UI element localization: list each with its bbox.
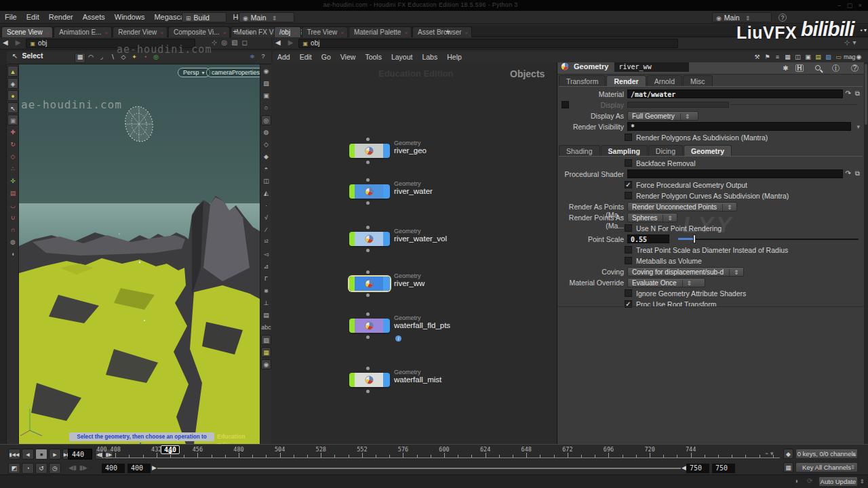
- display-option-icon[interactable]: ◉: [261, 66, 271, 77]
- display-option-icon[interactable]: ◫: [261, 176, 271, 186]
- render-flag[interactable]: [383, 373, 390, 387]
- param-checkbox[interactable]: ✓: [625, 181, 632, 188]
- node-body[interactable]: [355, 373, 383, 387]
- display-option-icon[interactable]: ▨: [261, 335, 271, 345]
- viewport-tool-icon[interactable]: ▣: [7, 115, 18, 125]
- viewport-tool-icon[interactable]: ∪: [7, 212, 18, 223]
- render-flag[interactable]: [383, 144, 390, 158]
- menu-item[interactable]: Assets: [78, 11, 110, 21]
- pane-tab[interactable]: /obj×: [274, 26, 301, 37]
- next-key-icon[interactable]: ▮▶: [79, 463, 88, 474]
- search-icon[interactable]: [810, 64, 821, 72]
- viewport-tool-icon[interactable]: ◈: [7, 78, 18, 89]
- geometry-node[interactable]: [349, 373, 390, 387]
- viewport-tool-icon[interactable]: ↻: [7, 139, 18, 150]
- param-subtab[interactable]: Dicing: [648, 145, 683, 156]
- node-body[interactable]: [355, 277, 383, 291]
- info-icon[interactable]: i: [827, 64, 840, 72]
- window-buttons[interactable]: – ▢ ×: [837, 2, 864, 9]
- param-checkbox[interactable]: [625, 159, 632, 167]
- viewport-tool-icon[interactable]: ✜: [7, 176, 18, 186]
- viewport-tool-icon[interactable]: ●: [7, 90, 18, 101]
- node-input-dot[interactable]: [366, 178, 370, 182]
- display-option-icon[interactable]: abc: [261, 323, 271, 333]
- message-log-icon[interactable]: ◗: [795, 477, 799, 485]
- render-flag[interactable]: [383, 184, 390, 199]
- display-option-icon[interactable]: ○: [261, 103, 271, 113]
- param-checkbox[interactable]: [625, 257, 632, 264]
- node-output-dot[interactable]: [366, 293, 370, 297]
- geometry-node[interactable]: [349, 232, 390, 246]
- net-path-icons[interactable]: ⊹▾: [844, 39, 859, 46]
- param-subtab[interactable]: Geometry: [684, 145, 732, 156]
- viewport-tool-icon[interactable]: ◡: [7, 200, 18, 211]
- recook-icon[interactable]: ⟳: [807, 477, 812, 485]
- param-subtab[interactable]: Sampling: [601, 145, 648, 156]
- param-checkbox[interactable]: [625, 192, 632, 199]
- toolbar-right-icon[interactable]: ≑: [247, 53, 258, 63]
- viewport-tool-icon[interactable]: ∴: [7, 163, 18, 174]
- node-body[interactable]: [355, 232, 383, 246]
- render-flag[interactable]: [383, 319, 390, 333]
- desktop-main-dropdown[interactable]: ◉Main⇕: [712, 12, 772, 22]
- select-tool-icon[interactable]: ▦: [75, 53, 85, 63]
- range-end-field[interactable]: 750: [712, 464, 735, 473]
- viewport-tool-icon[interactable]: ◍: [7, 237, 18, 247]
- path-bar-icons[interactable]: ⊹◎▧◻: [212, 39, 252, 46]
- display-option-icon[interactable]: ◓: [261, 164, 271, 174]
- viewport-tool-icon[interactable]: ∩: [7, 224, 18, 235]
- key-all-channels-button[interactable]: Key All Channels⇕: [795, 462, 858, 472]
- display-flag[interactable]: [349, 184, 355, 199]
- display-flag[interactable]: [349, 373, 355, 387]
- network-menu-item[interactable]: View: [336, 52, 361, 61]
- viewport-tool-icon[interactable]: ▲: [7, 66, 18, 77]
- houdini-logo-icon[interactable]: H: [795, 64, 804, 72]
- node-body[interactable]: [355, 319, 383, 333]
- viewport-tool-icon[interactable]: ◖: [7, 249, 18, 260]
- nav-forward-icon[interactable]: ▶: [13, 37, 24, 46]
- param-field-icons[interactable]: ↷⧉: [841, 89, 860, 98]
- display-option-icon[interactable]: ◍: [261, 127, 271, 138]
- param-checkbox[interactable]: [625, 246, 632, 253]
- pane-tab[interactable]: Material Palette×: [349, 26, 412, 37]
- stop-button[interactable]: ■: [35, 449, 47, 460]
- node-input-dot[interactable]: [366, 312, 370, 316]
- param-dropdown[interactable]: Spheres⇕: [627, 213, 677, 222]
- geometry-node[interactable]: [349, 319, 390, 333]
- display-option-icon[interactable]: ·: [261, 201, 271, 211]
- display-flag[interactable]: [349, 232, 355, 246]
- pane-tab[interactable]: Tree View×: [302, 26, 348, 37]
- param-input[interactable]: *: [627, 122, 851, 131]
- param-input[interactable]: 0.55: [627, 235, 669, 243]
- display-option-icon[interactable]: ⊿: [261, 262, 271, 272]
- new-tab-button[interactable]: +▪▾: [229, 26, 254, 37]
- param-dropdown[interactable]: Coving for displacement/sub-d⇕: [627, 267, 744, 277]
- network-menu-item[interactable]: Labs: [417, 52, 442, 61]
- go-start-button[interactable]: ▮◀◀: [8, 449, 20, 460]
- display-option-icon[interactable]: ◎: [261, 115, 271, 125]
- network-menu-item[interactable]: Layout: [387, 52, 418, 61]
- display-option-icon[interactable]: ⊥: [261, 298, 271, 308]
- pane-tab[interactable]: Animation E...×: [54, 26, 112, 37]
- playhead[interactable]: 440: [161, 445, 180, 454]
- param-tab[interactable]: Misc: [683, 75, 713, 86]
- menu-item[interactable]: Render: [44, 11, 78, 21]
- display-option-icon[interactable]: ▦: [261, 347, 271, 357]
- network-menu-item[interactable]: Go: [317, 52, 336, 61]
- display-flag[interactable]: [349, 277, 355, 291]
- param-checkbox[interactable]: [625, 224, 632, 232]
- node-input-dot[interactable]: [366, 367, 370, 370]
- range-slider[interactable]: ▶◀: [157, 468, 681, 469]
- desktop-dropdown[interactable]: ◉Main⇕: [239, 12, 294, 22]
- prev-key-icon[interactable]: ◀▮: [68, 463, 77, 474]
- display-option-icon[interactable]: ∕: [261, 225, 271, 235]
- param-dropdown[interactable]: Render Unconnected Points⇕: [627, 202, 737, 211]
- display-option-icon[interactable]: ◇: [261, 140, 271, 150]
- param-dropdown[interactable]: Evaluate Once⇕: [627, 278, 705, 287]
- node-info-badge[interactable]: i: [395, 336, 401, 342]
- view-mode-pill[interactable]: Persp▾: [178, 68, 210, 77]
- display-flag[interactable]: [349, 319, 355, 333]
- viewport-tool-icon[interactable]: ✚: [7, 127, 18, 138]
- node-body[interactable]: [355, 144, 383, 158]
- pane-tab[interactable]: Scene View×: [1, 26, 53, 37]
